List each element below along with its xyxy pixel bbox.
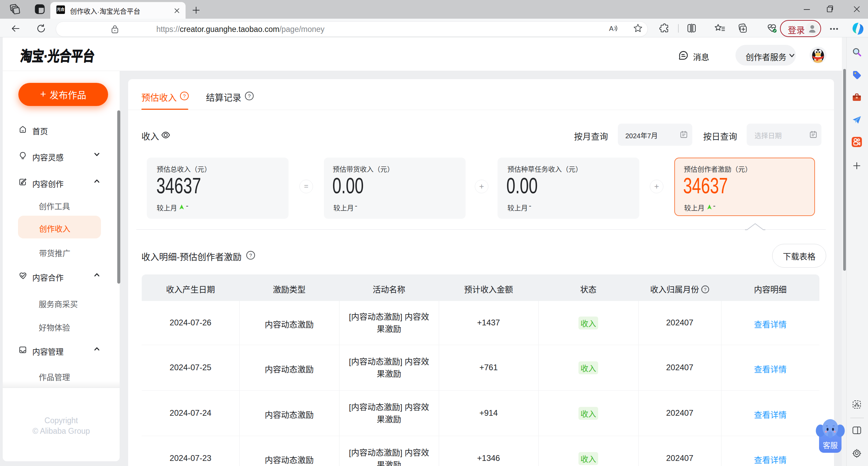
svg-text:?: ? [704, 287, 706, 292]
svg-text:A: A [609, 25, 614, 32]
svg-text:?: ? [183, 93, 186, 99]
svg-text:?: ? [249, 252, 252, 258]
svg-text:?: ? [248, 93, 250, 99]
